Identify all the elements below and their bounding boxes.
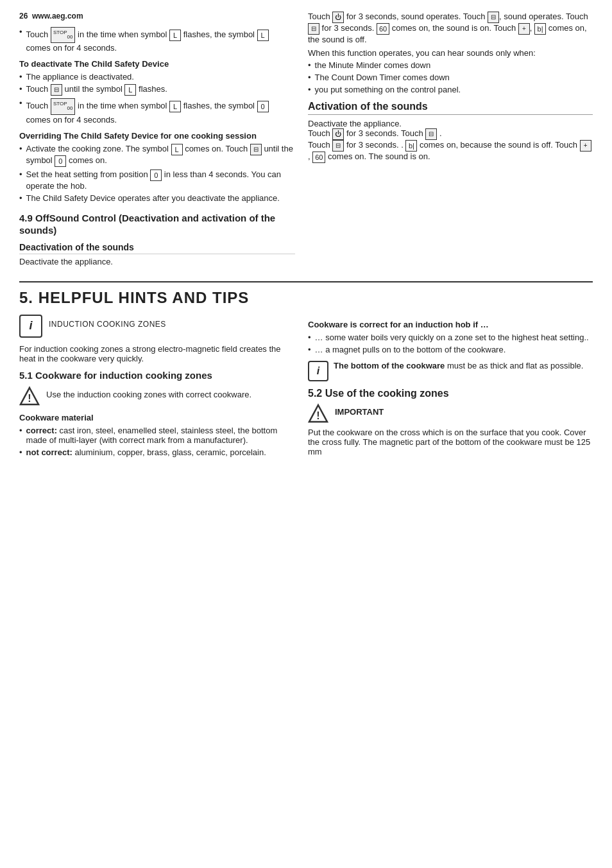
deactivation-sounds-text: Deactivate the appliance. bbox=[19, 257, 295, 266]
left-column: 26 www.aeg.com • Touch STOP00 in the tim… bbox=[19, 12, 295, 270]
right-column: Touch ⏻ for 3 seconds, sound operates. T… bbox=[308, 12, 593, 270]
timer-btn3: ⊟ bbox=[488, 12, 499, 23]
induction-desc: For induction cooking zones a strong ele… bbox=[19, 344, 295, 363]
section-49-title: 4.9 OffSound Control (Deactivation and a… bbox=[19, 212, 295, 237]
section52-title: 5.2 Use of the cooking zones bbox=[308, 388, 593, 399]
deactivate-bullet-2: • Touch ⊟ until the symbol L flashes. bbox=[19, 84, 295, 96]
plus-btn: + bbox=[518, 23, 530, 35]
important-label: IMPORTANT bbox=[335, 403, 384, 417]
b-sym: b| bbox=[534, 23, 546, 35]
right-bullet-3: • you put something on the control panel… bbox=[308, 85, 593, 94]
activation-section: Activation of the sounds Deactivate the … bbox=[308, 101, 593, 163]
right-para2: When this function operates, you can hea… bbox=[308, 48, 593, 58]
important-box: ! IMPORTANT bbox=[308, 403, 593, 424]
bullet-text: Touch STOP00 in the time when symbol L f… bbox=[26, 27, 295, 53]
sixty-sym: 60 bbox=[377, 23, 389, 35]
correct-bullet: • correct: cast iron, steel, enamelled s… bbox=[19, 426, 295, 445]
cookware-info-text: The bottom of the cookware must be as th… bbox=[334, 361, 583, 370]
l-symbol4: L bbox=[169, 101, 181, 112]
section5-body: i INDUCTION COOKING ZONES For induction … bbox=[0, 315, 612, 460]
plus-btn2: + bbox=[580, 140, 591, 152]
warning-icon2: ! bbox=[308, 403, 328, 424]
deactivate-bullet-3: • Touch STOP00 in the time when symbol L… bbox=[19, 98, 295, 124]
deactivate-bullet-1: • The appliance is deactivated. bbox=[19, 72, 295, 82]
l-symbol2: L bbox=[257, 30, 269, 41]
activation-title: Activation of the sounds bbox=[308, 101, 593, 115]
override-bullet-1: • Activate the cooking zone. The symbol … bbox=[19, 144, 295, 167]
b-sym2: b| bbox=[405, 140, 417, 152]
info-icon: i bbox=[19, 315, 42, 338]
section5-right: Cookware is correct for an induction hob… bbox=[308, 315, 593, 460]
cookware-bullet-1: • … some water boils very quickly on a z… bbox=[308, 333, 593, 342]
timer-btn6: ⊟ bbox=[332, 140, 344, 152]
cookware-info-box: i The bottom of the cookware must be as … bbox=[308, 361, 593, 381]
svg-text:!: ! bbox=[316, 410, 319, 421]
not-correct-bullet: • not correct: aluminium, copper, brass,… bbox=[19, 447, 295, 457]
bullet-stop-touch: • Touch STOP00 in the time when symbol L… bbox=[19, 27, 295, 53]
section5-title: 5. HELPFUL HINTS AND TIPS bbox=[19, 289, 593, 307]
l-sym5: L bbox=[171, 144, 183, 155]
zero-sym2: 0 bbox=[55, 155, 66, 167]
induction-info-box: i INDUCTION COOKING ZONES bbox=[19, 315, 295, 338]
section5-left: i INDUCTION COOKING ZONES For induction … bbox=[19, 315, 295, 460]
right-bullet-1: • the Minute Minder comes down bbox=[308, 60, 593, 70]
not-correct-label: not correct: bbox=[26, 447, 72, 457]
correct-text: cast iron, steel, enamelled steel, stain… bbox=[26, 426, 278, 445]
not-correct-text: aluminium, copper, brass, glass, ceramic… bbox=[74, 447, 266, 457]
cookware-info-bold: The bottom of the cookware bbox=[334, 361, 445, 370]
info-icon2: i bbox=[308, 361, 328, 381]
power-btn2: ⏻ bbox=[332, 128, 344, 140]
cookware-info-desc: must be as thick and flat as possible. bbox=[447, 361, 583, 370]
right-bullet-2: • The Count Down Timer comes down bbox=[308, 73, 593, 82]
page-number: 26 www.aeg.com bbox=[19, 12, 295, 21]
bullet-dot: • bbox=[19, 27, 22, 37]
sixty-sym2: 60 bbox=[312, 152, 325, 163]
zero-symbol: 0 bbox=[257, 101, 269, 112]
right-para1: Touch ⏻ for 3 seconds, sound operates. T… bbox=[308, 12, 593, 44]
page: 26 www.aeg.com • Touch STOP00 in the tim… bbox=[0, 0, 612, 868]
activation-text: Deactivate the appliance. Touch ⏻ for 3 … bbox=[308, 119, 593, 163]
section51-title: 5.1 Cookware for induction cooking zones bbox=[19, 370, 295, 381]
override-heading: Overriding The Child Safety Device for o… bbox=[19, 131, 295, 141]
cookware-bullet-2: • … a magnet pulls on to the bottom of t… bbox=[308, 345, 593, 354]
top-section: 26 www.aeg.com • Touch STOP00 in the tim… bbox=[0, 0, 612, 270]
timer-btn4: ⊟ bbox=[308, 23, 319, 35]
induction-label: INDUCTION COOKING ZONES bbox=[49, 315, 166, 329]
section5-header: 5. HELPFUL HINTS AND TIPS bbox=[0, 282, 612, 307]
power-btn: ⏻ bbox=[332, 12, 344, 23]
timer-btn5: ⊟ bbox=[425, 128, 437, 140]
timer-button: ⊟ bbox=[51, 84, 62, 96]
svg-text:!: ! bbox=[28, 393, 31, 404]
deactivation-sounds-title: Deactivation of the sounds bbox=[19, 242, 295, 254]
section-49: 4.9 OffSound Control (Deactivation and a… bbox=[19, 212, 295, 266]
section52-text: Put the cookware on the cross which is o… bbox=[308, 428, 593, 456]
stop-button: STOP00 bbox=[51, 27, 76, 43]
override-bullet-2: • Set the heat setting from position 0 i… bbox=[19, 169, 295, 191]
zero-sym3: 0 bbox=[150, 169, 162, 181]
cookware-heading: Cookware is correct for an induction hob… bbox=[308, 320, 593, 329]
l-symbol: L bbox=[169, 30, 181, 41]
stop-button2: STOP00 bbox=[51, 98, 76, 114]
warning-text: Use the induction cooking zones with cor… bbox=[46, 386, 251, 399]
warning-box: ! Use the induction cooking zones with c… bbox=[19, 386, 295, 406]
override-bullet-3: • The Child Safety Device operates after… bbox=[19, 193, 295, 203]
cookware-material-heading: Cookware material bbox=[19, 413, 295, 422]
warning-icon: ! bbox=[19, 386, 40, 406]
l-symbol3: L bbox=[124, 84, 136, 96]
timer-btn2: ⊟ bbox=[250, 144, 262, 155]
correct-label: correct: bbox=[26, 426, 57, 435]
deactivate-heading: To deactivate The Child Safety Device bbox=[19, 59, 295, 69]
